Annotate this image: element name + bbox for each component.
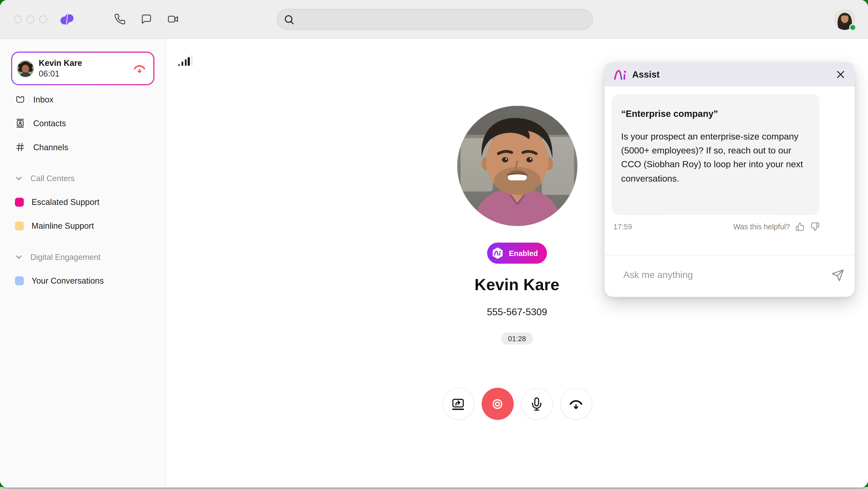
- transfer-call-button[interactable]: [442, 388, 474, 420]
- sidebar-item-inbox[interactable]: Inbox: [0, 87, 165, 111]
- window-controls[interactable]: [14, 15, 47, 23]
- mute-button[interactable]: [521, 388, 553, 420]
- record-icon: [490, 396, 505, 411]
- search-bar[interactable]: [277, 9, 593, 30]
- assist-suggestion-card: “Enterprise company” Is your prospect an…: [612, 94, 819, 215]
- body: Kevin Kare 06:01 Inbox: [0, 39, 868, 487]
- sidebar-item-your-conversations[interactable]: Your Conversations: [0, 268, 165, 292]
- window-control-dot[interactable]: [39, 15, 47, 23]
- section-label: Digital Engagement: [31, 253, 101, 262]
- phone-icon[interactable]: [114, 13, 125, 25]
- microphone-icon: [529, 396, 544, 411]
- assist-feedback: Was this helpful?: [733, 222, 819, 231]
- assist-timestamp: 17:59: [613, 223, 632, 231]
- hangup-phone-icon: [568, 396, 584, 411]
- assist-title: Assist: [632, 69, 660, 79]
- channel-color-swatch: [15, 198, 24, 206]
- send-icon[interactable]: [830, 268, 845, 283]
- chat-icon[interactable]: [141, 13, 152, 25]
- ai-enabled-badge: Enabled: [487, 243, 547, 264]
- active-call-name: Kevin Kare: [39, 58, 82, 68]
- channel-color-swatch: [15, 221, 24, 230]
- sidebar-item-label: Escalated Support: [32, 197, 99, 207]
- search-icon: [284, 14, 294, 25]
- hangup-phone-icon[interactable]: [133, 62, 146, 75]
- chevron-down-icon: [15, 253, 23, 261]
- assist-header: Assist: [604, 62, 855, 87]
- transfer-icon: [451, 396, 466, 411]
- contact-photo: [457, 106, 577, 226]
- dialpad-logo[interactable]: [58, 11, 76, 27]
- sidebar-item-channels[interactable]: Channels: [0, 135, 165, 159]
- window-control-dot[interactable]: [14, 15, 22, 23]
- user-avatar[interactable]: [834, 9, 855, 30]
- sidebar-item-label: Contacts: [33, 119, 66, 128]
- thumbs-up-icon[interactable]: [796, 222, 805, 231]
- record-button[interactable]: [481, 388, 513, 420]
- screen: Kevin Kare 06:01 Inbox: [0, 0, 868, 489]
- active-call-card[interactable]: Kevin Kare 06:01: [11, 52, 154, 85]
- assist-input[interactable]: [623, 270, 830, 281]
- hash-icon: [15, 142, 26, 152]
- sidebar-item-label: Your Conversations: [32, 276, 104, 285]
- channel-color-swatch: [15, 276, 24, 285]
- call-controls: [166, 388, 868, 420]
- ai-hexagon-icon: [491, 247, 504, 260]
- sidebar-item-escalated-support[interactable]: Escalated Support: [0, 190, 165, 214]
- close-icon[interactable]: [835, 69, 846, 79]
- assist-panel: Assist “Enterprise company” Is your pros…: [604, 62, 855, 297]
- active-call-timer: 06:01: [39, 68, 82, 79]
- section-label: Call Centers: [31, 174, 75, 183]
- section-call-centers[interactable]: Call Centers: [0, 167, 165, 190]
- assist-card-title: “Enterprise company”: [621, 109, 810, 119]
- feedback-label: Was this helpful?: [733, 223, 790, 231]
- ai-badge-label: Enabled: [509, 249, 538, 257]
- sidebar-item-contacts[interactable]: Contacts: [0, 111, 165, 135]
- topbar-actions: [114, 13, 179, 25]
- section-digital-engagement[interactable]: Digital Engagement: [0, 246, 165, 269]
- assist-card-body: Is your prospect an enterprise-size comp…: [621, 130, 810, 185]
- sidebar-item-label: Inbox: [33, 95, 53, 104]
- sidebar: Kevin Kare 06:01 Inbox: [0, 39, 166, 487]
- topbar: [0, 0, 868, 39]
- contacts-icon: [15, 118, 26, 128]
- video-camera-icon[interactable]: [167, 13, 179, 25]
- assist-meta-row: 17:59 Was this helpful?: [613, 222, 819, 231]
- app-window: Kevin Kare 06:01 Inbox: [0, 0, 868, 487]
- call-screen: Enabled Kevin Kare 555-567-5309 01:28: [166, 39, 868, 487]
- contact-name: Kevin Kare: [474, 276, 559, 294]
- search-input[interactable]: [299, 15, 586, 24]
- sidebar-item-label: Mainline Support: [32, 221, 94, 230]
- sidebar-item-label: Channels: [33, 142, 68, 152]
- contact-phone-number: 555-567-5309: [487, 306, 547, 318]
- caller-avatar: [17, 60, 34, 77]
- ai-logo: [613, 68, 627, 81]
- window-control-dot[interactable]: [27, 15, 34, 23]
- thumbs-down-icon[interactable]: [810, 222, 819, 231]
- presence-indicator: [849, 24, 857, 31]
- call-duration-chip: 01:28: [501, 332, 533, 344]
- inbox-icon: [15, 94, 26, 105]
- sidebar-item-mainline-support[interactable]: Mainline Support: [0, 214, 165, 238]
- chevron-down-icon: [15, 174, 23, 182]
- hangup-button[interactable]: [560, 388, 592, 420]
- active-call-info: Kevin Kare 06:01: [39, 58, 82, 79]
- assist-input-row: [604, 255, 855, 295]
